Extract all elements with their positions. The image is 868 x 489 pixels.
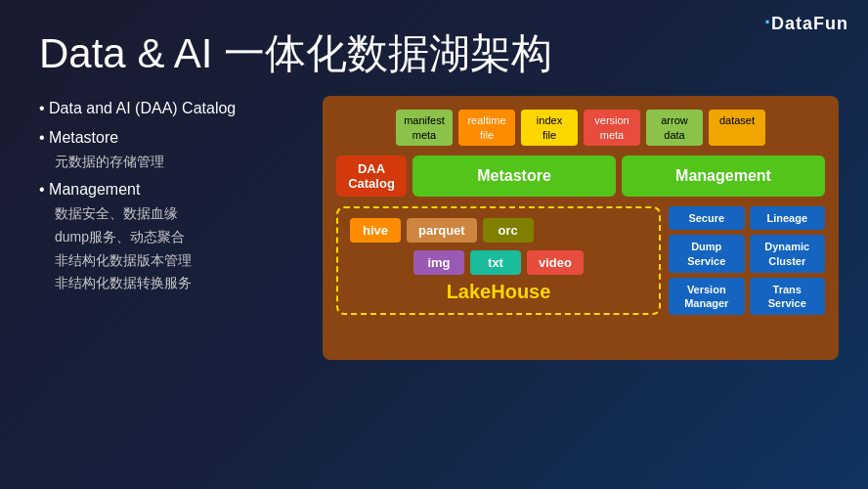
top-row: manifestmeta realtimefile indexfile vers… [336, 110, 825, 146]
metastore-box: Metastore [412, 156, 616, 197]
format-hive: hive [350, 218, 401, 243]
middle-row: DAACatalog Metastore Management [336, 156, 825, 197]
bullet-item-1: Data and AI (DAA) Catalog [39, 96, 293, 121]
box-realtime-file: realtimefile [458, 110, 515, 146]
bullet-1-main: Data and AI (DAA) Catalog [39, 96, 293, 121]
logo: ·DataFun [764, 10, 848, 35]
box-version-meta: versionmeta [584, 110, 640, 146]
format-parquet: parquet [407, 218, 477, 243]
diagram-container: manifestmeta realtimefile indexfile vers… [323, 96, 839, 360]
box-manifest-meta: manifestmeta [396, 110, 453, 146]
mgmt-dynamic-cluster: DynamicCluster [750, 235, 826, 273]
bullet-list: Data and AI (DAA) Catalog Metastore 元数据的… [39, 96, 293, 299]
bullet-3-sub-2: dump服务、动态聚合 [39, 226, 293, 249]
mgmt-grid: Secure Lineage DumpService DynamicCluste… [669, 206, 825, 315]
bullet-item-2: Metastore 元数据的存储管理 [39, 125, 293, 173]
lakehouse-section: hive parquet orc img txt video LakeHouse [336, 206, 661, 315]
logo-text: DataFun [771, 14, 848, 33]
mgmt-secure: Secure [669, 206, 745, 230]
box-index-file: indexfile [521, 110, 578, 146]
bullet-2-main: Metastore [39, 125, 293, 151]
bullet-item-3: Management 数据安全、数据血缘 dump服务、动态聚合 非结构化数据版… [39, 177, 293, 295]
lakehouse-formats-row1: hive parquet orc [350, 218, 647, 243]
main-content: Data and AI (DAA) Catalog Metastore 元数据的… [39, 96, 839, 469]
bullet-2-sub-1: 元数据的存储管理 [39, 151, 293, 174]
logo-dot: · [764, 10, 771, 34]
box-dataset: dataset [709, 110, 765, 146]
mgmt-dump-service: DumpService [669, 235, 745, 273]
page-container: ·DataFun Data & AI 一体化数据湖架构 Data and AI … [0, 0, 868, 489]
page-title: Data & AI 一体化数据湖架构 [39, 29, 839, 78]
lakehouse-label: LakeHouse [350, 281, 647, 303]
mgmt-lineage: Lineage [750, 206, 826, 230]
lakehouse-formats-row2: img txt video [350, 250, 647, 275]
mgmt-version-manager: VersionManager [669, 278, 745, 316]
format-orc: orc [483, 218, 534, 243]
mgmt-trans-service: TransService [750, 278, 826, 316]
format-txt: txt [470, 250, 521, 275]
format-video: video [527, 250, 584, 275]
bottom-row: hive parquet orc img txt video LakeHouse… [336, 206, 825, 315]
bullet-3-sub-1: 数据安全、数据血缘 [39, 202, 293, 226]
bullet-3-sub-4: 非结构化数据转换服务 [39, 272, 293, 295]
box-arrow-data: arrowdata [646, 110, 703, 146]
format-img: img [413, 250, 464, 275]
daa-catalog-box: DAACatalog [336, 156, 407, 197]
management-box: Management [622, 156, 825, 197]
bullet-3-sub-3: 非结构化数据版本管理 [39, 249, 293, 273]
bullet-3-main: Management [39, 177, 293, 202]
